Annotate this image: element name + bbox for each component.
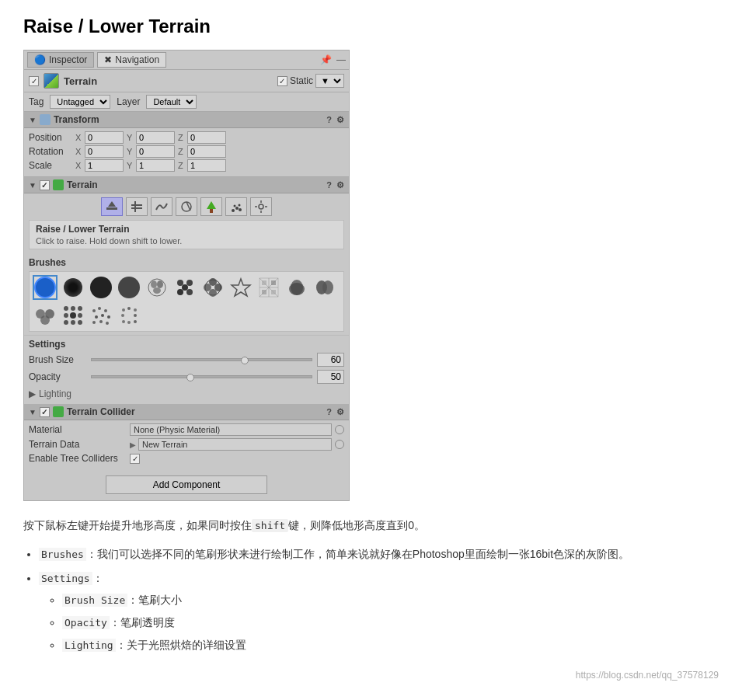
terrain-enabled-checkbox[interactable]: ✓: [40, 180, 50, 190]
opacity-slider[interactable]: [91, 375, 312, 378]
terrain-question-icon[interactable]: ?: [326, 180, 332, 190]
svg-rect-42: [271, 290, 276, 294]
collider-gear-icon[interactable]: ⚙: [336, 407, 344, 417]
svg-point-72: [134, 314, 137, 317]
scale-label: Scale: [29, 160, 75, 171]
svg-point-63: [101, 314, 104, 317]
position-z[interactable]: [187, 131, 226, 144]
brushes-text: ：我们可以选择不同的笔刷形状来进行绘制工作，简单来说就好像在Photoshop里…: [86, 548, 629, 560]
rotation-z[interactable]: [187, 145, 226, 158]
brush-11[interactable]: [33, 303, 57, 328]
position-y[interactable]: [136, 131, 175, 144]
settings-term: Settings: [39, 572, 92, 585]
tool-smooth[interactable]: [151, 197, 172, 216]
svg-point-73: [122, 320, 125, 323]
brushes-grid: [29, 271, 344, 332]
svg-point-11: [239, 208, 242, 211]
opacity-value[interactable]: [317, 370, 344, 384]
transform-gear-icon[interactable]: ⚙: [336, 115, 344, 125]
svg-marker-1: [108, 201, 116, 207]
rotation-x[interactable]: [85, 145, 124, 158]
tool-paint-texture[interactable]: [176, 197, 197, 216]
svg-point-9: [232, 209, 235, 212]
brush-4[interactable]: [145, 275, 169, 300]
svg-point-23: [177, 280, 183, 286]
svg-point-24: [186, 280, 193, 286]
svg-point-27: [182, 284, 188, 291]
static-checkbox[interactable]: ✓: [277, 76, 287, 86]
tool-paint-details[interactable]: [225, 197, 247, 216]
tool-settings[interactable]: [250, 197, 272, 216]
terrain-tools: [24, 193, 349, 220]
svg-point-53: [64, 313, 68, 318]
material-row: Material None (Physic Material): [29, 423, 344, 436]
brush-size-value[interactable]: [317, 353, 344, 367]
pin-icon[interactable]: 📌: [320, 54, 332, 65]
bullet-brushes: Brushes：我们可以选择不同的笔刷形状来进行绘制工作，简单来说就好像在Pho…: [39, 545, 719, 563]
brush-13[interactable]: [89, 303, 113, 328]
tab-navigation[interactable]: ✖ Navigation: [97, 52, 166, 68]
svg-point-54: [70, 312, 76, 319]
brush-1[interactable]: [61, 275, 85, 300]
static-dropdown[interactable]: ▼: [315, 74, 344, 88]
rotation-y[interactable]: [136, 145, 175, 158]
lighting-term: Lighting: [62, 639, 116, 652]
brush-10[interactable]: [312, 275, 337, 300]
brush-7[interactable]: [228, 275, 253, 300]
collider-question-icon[interactable]: ?: [326, 407, 332, 417]
svg-rect-4: [134, 201, 136, 212]
navigation-tab-icon: ✖: [104, 54, 112, 65]
add-component-button[interactable]: Add Component: [106, 475, 268, 494]
sub-brush-size: Brush Size：笔刷大小: [62, 591, 719, 609]
brush-0[interactable]: [33, 275, 57, 300]
transform-question-icon[interactable]: ?: [326, 115, 332, 125]
material-circle-icon[interactable]: [335, 425, 344, 434]
brush-2[interactable]: [89, 275, 113, 300]
svg-point-21: [157, 280, 163, 288]
svg-point-61: [104, 309, 107, 312]
brushes-term: Brushes: [39, 548, 86, 561]
svg-rect-0: [106, 207, 117, 210]
intro-text-before: 按下鼠标左键开始提升地形高度，如果同时按住: [23, 519, 252, 531]
brush-9[interactable]: [284, 275, 309, 300]
brush-3[interactable]: [117, 275, 141, 300]
svg-rect-40: [271, 280, 276, 285]
svg-point-57: [71, 320, 75, 325]
layer-select[interactable]: Default: [146, 95, 197, 109]
brush-12[interactable]: [61, 303, 85, 328]
tag-select[interactable]: Untagged: [50, 95, 110, 109]
svg-point-52: [78, 306, 82, 311]
tool-raise-lower[interactable]: [101, 197, 123, 216]
tag-label: Tag: [29, 96, 44, 107]
settings-section: Settings Brush Size Opacity ▶ Lighting: [24, 335, 349, 404]
tree-colliders-checkbox[interactable]: ✓: [130, 454, 140, 464]
brush-size-slider[interactable]: [91, 358, 312, 361]
tool-place-trees[interactable]: [200, 197, 222, 216]
brush-5[interactable]: [172, 275, 197, 300]
lighting-label: Lighting: [39, 388, 71, 399]
tab-inspector[interactable]: 🔵 Inspector: [27, 52, 94, 68]
svg-point-62: [95, 315, 98, 319]
lighting-row[interactable]: ▶ Lighting: [29, 387, 344, 401]
brush-8[interactable]: [256, 275, 281, 300]
svg-point-55: [78, 313, 82, 318]
brush-14[interactable]: [117, 303, 141, 328]
collider-enabled-checkbox[interactable]: ✓: [40, 407, 50, 417]
object-enabled-checkbox[interactable]: ✓: [29, 76, 39, 86]
tool-paint-height[interactable]: [126, 197, 148, 216]
collider-triangle: ▼: [29, 408, 37, 416]
terrain-data-circle-icon[interactable]: [335, 440, 344, 449]
position-row: Position X Y Z: [29, 131, 344, 144]
brush-6[interactable]: [200, 275, 225, 300]
transform-fields: Position X Y Z Rotation X Y Z Scale X Y …: [24, 128, 349, 177]
scale-y[interactable]: [136, 159, 175, 172]
svg-point-32: [209, 289, 217, 297]
brushes-title: Brushes: [29, 257, 344, 268]
settings-sub-list: Brush Size：笔刷大小 Opacity：笔刷透明度 Lighting：关…: [62, 591, 719, 653]
scale-x[interactable]: [85, 159, 124, 172]
minus-icon[interactable]: —: [336, 54, 346, 65]
scale-z[interactable]: [187, 159, 226, 172]
position-x[interactable]: [85, 131, 124, 144]
collider-title: Terrain Collider: [67, 406, 135, 417]
terrain-gear-icon[interactable]: ⚙: [336, 180, 344, 190]
